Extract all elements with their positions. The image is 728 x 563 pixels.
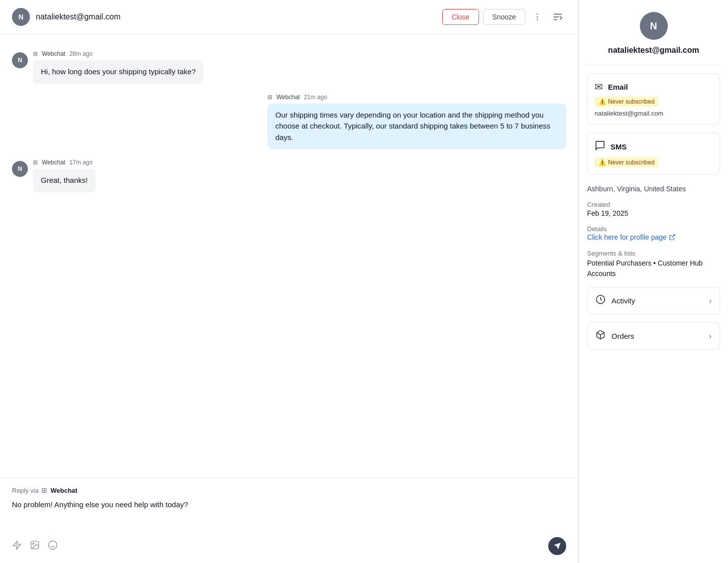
activity-card[interactable]: Activity › bbox=[587, 287, 720, 314]
agent-channel-name: Webchat bbox=[276, 94, 300, 101]
email-value: nataliektest@gmail.com bbox=[595, 110, 713, 117]
compose-icon bbox=[552, 11, 563, 22]
message-text-2: Great, thanks! bbox=[33, 169, 96, 192]
activity-svg-icon bbox=[596, 294, 606, 304]
agent-message-text: Our shipping times vary depending on you… bbox=[267, 104, 566, 149]
message-bubble-wrapper: ⊞ Webchat 28m ago Hi, how long does your… bbox=[33, 50, 204, 84]
ellipsis-vertical-icon bbox=[532, 12, 542, 22]
lightning-icon bbox=[12, 540, 22, 550]
reply-channel: Webchat bbox=[50, 487, 77, 494]
lightning-button[interactable] bbox=[12, 540, 22, 553]
orders-card[interactable]: Orders › bbox=[587, 322, 720, 350]
svg-point-1 bbox=[537, 16, 538, 18]
contact-location: Ashburn, Virginia, United States bbox=[587, 185, 720, 193]
contact-avatar: N bbox=[640, 12, 668, 40]
activity-icon bbox=[596, 294, 606, 307]
created-label: Created bbox=[587, 201, 720, 208]
details-section: Details Click here for profile page bbox=[587, 225, 720, 242]
agent-message-time: 21m ago bbox=[304, 94, 327, 101]
sms-bubble-icon bbox=[595, 140, 606, 151]
reply-via-label: Reply via bbox=[12, 487, 38, 494]
webchat-icon-reply: ⊞ bbox=[41, 486, 47, 494]
orders-svg-icon bbox=[596, 330, 606, 340]
message-time: 28m ago bbox=[69, 50, 93, 57]
webchat-icon-2: ⊞ bbox=[267, 94, 272, 101]
created-value: Feb 19, 2025 bbox=[587, 209, 720, 217]
warning-icon: ⚠️ bbox=[599, 98, 606, 105]
emoji-icon bbox=[48, 540, 58, 550]
activity-label: Activity bbox=[611, 296, 635, 305]
svg-line-11 bbox=[671, 235, 674, 238]
reply-textarea[interactable]: No problem! Anything else you need help … bbox=[12, 499, 566, 529]
message-time-2: 17m ago bbox=[69, 159, 93, 166]
more-options-button[interactable] bbox=[529, 10, 545, 24]
orders-icon bbox=[596, 330, 606, 342]
profile-page-link[interactable]: Click here for profile page bbox=[587, 233, 676, 241]
orders-card-left: Orders bbox=[596, 330, 634, 342]
agent-message-group: ⊞ Webchat 21m ago Our shipping times var… bbox=[12, 94, 566, 149]
created-section: Created Feb 19, 2025 bbox=[587, 201, 720, 217]
chat-area: N ⊞ Webchat 28m ago Hi, how long does yo… bbox=[0, 34, 578, 478]
sms-never-subscribed-badge: ⚠️ Never subscribed bbox=[595, 157, 658, 167]
svg-point-5 bbox=[49, 541, 57, 549]
agent-message-meta: ⊞ Webchat 21m ago bbox=[267, 94, 566, 101]
header-email: nataliektest@gmail.com bbox=[36, 12, 436, 21]
customer-message-group-2: N ⊞ Webchat 17m ago Great, thanks! bbox=[12, 159, 566, 192]
reply-tools bbox=[12, 540, 58, 553]
sms-card: SMS ⚠️ Never subscribed bbox=[587, 133, 720, 175]
snooze-button[interactable]: Snooze bbox=[483, 9, 525, 25]
email-icon: ✉ bbox=[595, 81, 603, 93]
svg-point-0 bbox=[537, 13, 538, 15]
contact-header: N nataliektest@gmail.com bbox=[587, 12, 720, 65]
channel-name: Webchat bbox=[42, 50, 65, 57]
image-icon bbox=[30, 540, 40, 550]
left-panel: N nataliektest@gmail.com Close Snooze N … bbox=[0, 0, 579, 563]
orders-label: Orders bbox=[611, 332, 634, 340]
sms-icon bbox=[595, 140, 606, 153]
compose-button[interactable] bbox=[549, 9, 566, 24]
message-meta-2: ⊞ Webchat 17m ago bbox=[33, 159, 96, 166]
email-card: ✉ Email ⚠️ Never subscribed nataliektest… bbox=[587, 73, 720, 125]
external-link-icon bbox=[669, 234, 676, 241]
message-group: N ⊞ Webchat 28m ago Hi, how long does yo… bbox=[12, 50, 566, 84]
segments-label: Segments & lists bbox=[587, 250, 720, 257]
agent-bubble-wrapper: ⊞ Webchat 21m ago Our shipping times var… bbox=[267, 94, 566, 149]
channel-name-2: Webchat bbox=[42, 159, 65, 166]
webchat-icon: ⊞ bbox=[33, 50, 38, 57]
profile-link-text: Click here for profile page bbox=[587, 233, 667, 241]
message-bubble-wrapper-2: ⊞ Webchat 17m ago Great, thanks! bbox=[33, 159, 96, 192]
email-card-header: ✉ Email bbox=[595, 81, 713, 93]
sms-card-header: SMS bbox=[595, 140, 713, 153]
reply-box: Reply via ⊞ Webchat No problem! Anything… bbox=[0, 478, 578, 563]
orders-chevron-icon: › bbox=[709, 332, 712, 341]
email-never-subscribed-badge: ⚠️ Never subscribed bbox=[595, 97, 658, 107]
reply-via: Reply via ⊞ Webchat bbox=[12, 486, 566, 494]
sms-card-title: SMS bbox=[610, 142, 627, 151]
send-button[interactable] bbox=[548, 537, 566, 555]
header-actions: Close Snooze bbox=[442, 9, 566, 25]
conversation-header: N nataliektest@gmail.com Close Snooze bbox=[0, 0, 578, 34]
activity-chevron-icon: › bbox=[709, 296, 712, 305]
customer-avatar: N bbox=[12, 52, 28, 68]
segments-value: Potential Purchasers • Customer Hub Acco… bbox=[587, 258, 720, 279]
webchat-icon-3: ⊞ bbox=[33, 159, 38, 166]
send-icon bbox=[553, 542, 561, 550]
activity-card-left: Activity bbox=[596, 294, 635, 307]
header-avatar: N bbox=[12, 8, 30, 26]
reply-toolbar bbox=[12, 537, 566, 555]
segments-section: Segments & lists Potential Purchasers • … bbox=[587, 250, 720, 279]
svg-point-4 bbox=[33, 543, 34, 544]
message-text: Hi, how long does your shipping typicall… bbox=[33, 60, 204, 84]
email-card-title: Email bbox=[608, 83, 628, 91]
close-button[interactable]: Close bbox=[442, 9, 479, 25]
emoji-button[interactable] bbox=[48, 540, 58, 553]
customer-avatar-2: N bbox=[12, 161, 28, 177]
right-panel: N nataliektest@gmail.com ✉ Email ⚠️ Neve… bbox=[579, 0, 728, 563]
details-label: Details bbox=[587, 225, 720, 233]
warning-icon-sms: ⚠️ bbox=[599, 159, 606, 166]
message-meta: ⊞ Webchat 28m ago bbox=[33, 50, 204, 57]
image-button[interactable] bbox=[30, 540, 40, 553]
contact-email: nataliektest@gmail.com bbox=[608, 46, 699, 55]
svg-point-2 bbox=[537, 19, 538, 21]
